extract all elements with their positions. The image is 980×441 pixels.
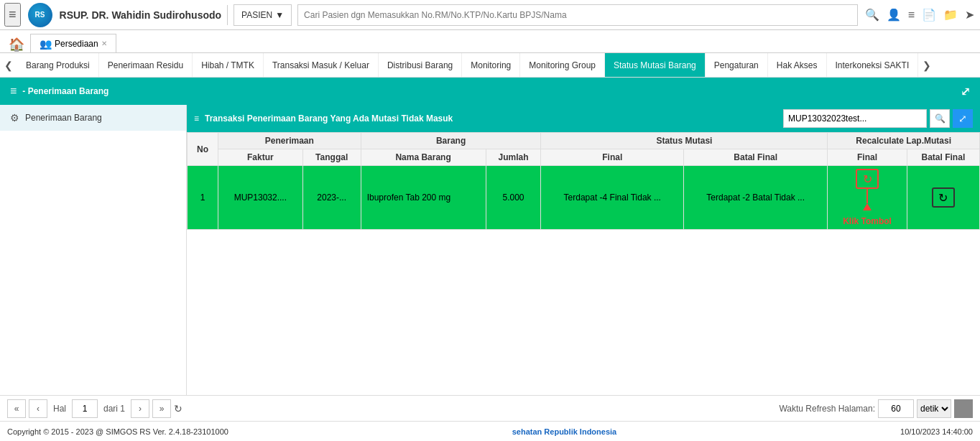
data-table: No Penerimaan Barang Status Mutasi Recal… xyxy=(187,132,980,230)
table-search-input[interactable] xyxy=(783,109,927,128)
col-penerimaan: Penerimaan xyxy=(218,133,361,149)
nav-item-penerimaan-residu[interactable]: Penerimaan Residu xyxy=(99,53,193,78)
nav-item-transaksi[interactable]: Transaksi Masuk / Keluar xyxy=(264,53,379,78)
hospital-name: RSUP. DR. Wahidin Sudirohusodo xyxy=(60,9,222,21)
tabbar: 🏠 👥 Persediaan ✕ xyxy=(0,30,980,53)
cell-faktur: MUP13032.... xyxy=(218,166,302,230)
col-recalc-batal-final: Batal Final xyxy=(907,149,979,166)
tab-label: Persediaan xyxy=(55,39,98,49)
gear-icon: ⚙ xyxy=(10,112,19,124)
nav-item-status-mutasi[interactable]: Status Mutasi Barang xyxy=(605,53,706,78)
pag-refresh-button[interactable]: ↻ xyxy=(174,403,182,414)
col-jumlah: Jumlah xyxy=(486,149,541,166)
search-icon-btn[interactable]: 🔍 xyxy=(864,6,881,23)
logo-text: RS xyxy=(35,11,45,19)
table-header-icon: ≡ xyxy=(194,113,199,124)
col-nama-barang: Nama Barang xyxy=(361,149,486,166)
section-header-icon: ≡ xyxy=(10,85,17,98)
content-area: ≡ Transaksi Penerimaan Barang Yang Ada M… xyxy=(187,105,980,395)
klik-tombol-area: ↻ Klik Tombol xyxy=(833,169,900,226)
logo-circle: RS xyxy=(28,3,52,27)
col-status-mutasi: Status Mutasi xyxy=(541,133,828,149)
col-batal-final: Batal Final xyxy=(684,149,828,166)
nav-item-hak-akses[interactable]: Hak Akses xyxy=(768,53,827,78)
pagination-bar: « ‹ Hal dari 1 › » ↻ Waktu Refresh Halam… xyxy=(0,395,980,421)
klik-tombol-label: Klik Tombol xyxy=(833,210,900,226)
col-recalc-final: Final xyxy=(828,149,907,166)
table-expand-button[interactable]: ⤢ xyxy=(953,109,973,128)
col-faktur: Faktur xyxy=(218,149,302,166)
table-row: 1 MUP13032.... 2023-... Ibuprofen Tab 20… xyxy=(188,166,980,230)
nav-item-distribusi[interactable]: Distribusi Barang xyxy=(379,53,462,78)
navmenu: ❮ Barang Produksi Penerimaan Residu Hiba… xyxy=(0,53,980,78)
table-header-title: Transaksi Penerimaan Barang Yang Ada Mut… xyxy=(205,113,453,124)
dari-label: dari 1 xyxy=(101,404,128,414)
cell-recalc-final[interactable]: ↻ Klik Tombol xyxy=(828,166,907,230)
nav-item-barang-produksi[interactable]: Barang Produksi xyxy=(17,53,99,78)
footer-copyright: Copyright © 2015 - 2023 @ SIMGOS RS Ver.… xyxy=(7,427,228,436)
hal-label: Hal xyxy=(50,404,69,414)
divider xyxy=(227,5,228,25)
table-search-button[interactable]: 🔍 xyxy=(930,109,950,128)
cell-nama-barang: Ibuprofen Tab 200 mg xyxy=(361,166,486,230)
nav-item-monitoring[interactable]: Monitoring xyxy=(462,53,520,78)
user-icon-btn[interactable]: 👤 xyxy=(885,6,902,23)
nav-item-hibah[interactable]: Hibah / TMTK xyxy=(193,53,264,78)
cell-recalc-batal[interactable]: ↻ xyxy=(907,166,979,230)
table-header-bar: ≡ Transaksi Penerimaan Barang Yang Ada M… xyxy=(187,105,980,132)
col-recalculate: Recalculate Lap.Mutasi xyxy=(828,133,980,149)
dropdown-arrow: ▼ xyxy=(275,10,284,20)
waktu-label: Waktu Refresh Halaman: xyxy=(779,404,875,414)
doc-icon-btn[interactable]: 📄 xyxy=(920,6,938,23)
hospital-logo: RS xyxy=(27,4,54,27)
sidebar-item-penerimaan-barang[interactable]: ⚙ Penerimaan Barang xyxy=(0,105,186,131)
cell-status-batal: Terdapat -2 Batal Tidak ... xyxy=(684,166,828,230)
section-title: - Penerimaan Barang xyxy=(22,86,108,96)
arrow-head-icon xyxy=(863,203,872,210)
recalculate-batal-button[interactable]: ↻ xyxy=(932,187,955,208)
section-header: ≡ - Penerimaan Barang ⤢ xyxy=(0,78,980,105)
table-search-box: 🔍 ⤢ xyxy=(783,109,973,128)
pag-next-button[interactable]: › xyxy=(131,399,149,418)
col-barang: Barang xyxy=(361,133,541,149)
nav-left-arrow[interactable]: ❮ xyxy=(0,53,17,78)
footer: Copyright © 2015 - 2023 @ SIMGOS RS Ver.… xyxy=(0,421,980,441)
waktu-input[interactable] xyxy=(878,399,914,418)
page-input[interactable] xyxy=(72,399,98,418)
main-area: ⚙ Penerimaan Barang ≡ Transaksi Penerima… xyxy=(0,105,980,395)
nav-item-monitoring-group[interactable]: Monitoring Group xyxy=(520,53,605,78)
sidebar: ⚙ Penerimaan Barang xyxy=(0,105,187,395)
home-button[interactable]: 🏠 xyxy=(3,37,30,52)
nav-right-arrow[interactable]: ❯ xyxy=(918,53,935,78)
arrow-line xyxy=(866,189,868,203)
search-input[interactable] xyxy=(297,4,858,26)
sidebar-item-label: Penerimaan Barang xyxy=(25,113,102,123)
topbar-icons: 🔍 👤 ≡ 📄 📁 ➤ xyxy=(864,6,976,23)
section-expand-icon[interactable]: ⤢ xyxy=(961,85,970,98)
nav-item-pengaturan[interactable]: Pengaturan xyxy=(706,53,768,78)
recalculate-final-button[interactable]: ↻ xyxy=(856,169,879,189)
pasien-label: PASIEN xyxy=(241,10,272,20)
hamburger-button[interactable]: ≡ xyxy=(4,3,21,27)
tab-close-icon[interactable]: ✕ xyxy=(101,40,107,47)
pag-prev-button[interactable]: ‹ xyxy=(29,399,47,418)
col-no: No xyxy=(188,133,218,166)
cell-tanggal: 2023-... xyxy=(302,166,361,230)
pag-last-button[interactable]: » xyxy=(152,399,171,418)
tab-persediaan[interactable]: 👥 Persediaan ✕ xyxy=(30,34,116,52)
logout-icon-btn[interactable]: ➤ xyxy=(963,6,976,23)
col-final: Final xyxy=(541,149,684,166)
topbar: ≡ RS RSUP. DR. Wahidin Sudirohusodo PASI… xyxy=(0,0,980,30)
waktu-stop-button[interactable] xyxy=(954,399,973,418)
cell-jumlah: 5.000 xyxy=(486,166,541,230)
cell-no: 1 xyxy=(188,166,218,230)
col-tanggal: Tanggal xyxy=(302,149,361,166)
pasien-button[interactable]: PASIEN ▼ xyxy=(234,4,292,26)
tab-icon: 👥 xyxy=(40,38,52,50)
cell-status-final: Terdapat -4 Final Tidak ... xyxy=(541,166,684,230)
folder-icon-btn[interactable]: 📁 xyxy=(942,6,959,23)
nav-item-interkoneksi[interactable]: Interkoneksi SAKTI xyxy=(827,53,919,78)
list-icon-btn[interactable]: ≡ xyxy=(907,7,916,23)
waktu-unit-select[interactable]: detik xyxy=(917,399,951,418)
pag-first-button[interactable]: « xyxy=(7,399,26,418)
